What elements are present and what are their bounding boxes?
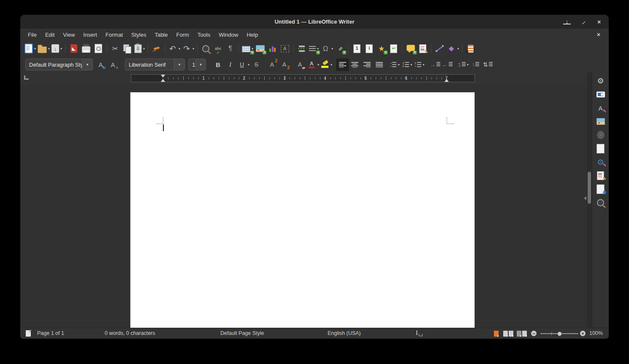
maximize-icon[interactable]: ↔ xyxy=(577,16,588,27)
redo-button[interactable]: ↷▾ xyxy=(181,43,195,55)
left-indent-marker[interactable] xyxy=(161,79,165,82)
save-button[interactable]: ↓▾ xyxy=(51,43,63,55)
zoom-in-button[interactable]: + xyxy=(580,331,586,336)
italic-button[interactable]: I xyxy=(224,59,236,71)
page-number-status[interactable]: Page 1 of 1 xyxy=(37,328,64,339)
insert-mode-icon[interactable]: I xyxy=(416,330,423,337)
align-right-button[interactable] xyxy=(361,59,373,71)
track-changes-button[interactable]: ✎ xyxy=(417,43,429,55)
tab-type-selector-icon[interactable] xyxy=(24,75,29,80)
insert-endnote-button[interactable]: i xyxy=(363,43,375,55)
document-page[interactable] xyxy=(130,92,475,328)
font-size-combo[interactable]: 12 pt▾ xyxy=(188,59,206,70)
paragraph-spacing-button[interactable]: ↕ xyxy=(469,59,482,71)
line-spacing-dropdown-icon[interactable]: ▾ xyxy=(467,63,469,67)
insert-textbox-button[interactable]: A xyxy=(279,43,291,55)
multi-page-view-button[interactable] xyxy=(503,331,513,337)
new-document-button[interactable]: ▾ xyxy=(24,43,37,55)
styles-deck-button[interactable]: A✎ xyxy=(594,102,607,114)
print-button[interactable] xyxy=(80,43,92,55)
close-document-icon[interactable]: × xyxy=(594,31,603,38)
paste-dropdown-icon[interactable]: ▾ xyxy=(143,47,145,51)
formatting-marks-button[interactable]: ¶ xyxy=(224,43,236,55)
menu-help[interactable]: Help xyxy=(242,30,262,40)
strikethrough-button[interactable]: S xyxy=(250,59,263,71)
first-line-indent-marker[interactable] xyxy=(161,75,165,78)
new-document-dropdown-icon[interactable]: ▾ xyxy=(34,47,36,51)
cut-button[interactable]: ✂ xyxy=(109,43,121,55)
increase-indent-button[interactable]: → xyxy=(429,59,441,71)
book-view-button[interactable] xyxy=(517,331,527,337)
vertical-scrollbar[interactable] xyxy=(587,73,592,328)
update-style-button[interactable]: A↻ xyxy=(95,59,107,71)
zoom-slider-thumb[interactable] xyxy=(557,332,562,336)
sort-button[interactable]: ⇅ xyxy=(482,59,494,71)
insert-field-button[interactable]: +▾ xyxy=(308,43,320,55)
page-break-button[interactable] xyxy=(296,43,308,55)
accessibility-check-deck-button[interactable]: ◉ xyxy=(594,183,607,195)
clear-formatting-button[interactable]: A▰ xyxy=(294,59,306,71)
basic-shapes-button[interactable]: ◆▾ xyxy=(446,43,460,55)
paragraph-style-dropdown-icon[interactable]: ▾ xyxy=(82,59,92,70)
unordered-list-dropdown-icon[interactable]: ▾ xyxy=(398,63,399,67)
ordered-list-button[interactable]: 1 2▾ xyxy=(401,59,413,71)
draw-functions-button[interactable]: ✎ xyxy=(464,43,477,55)
align-center-button[interactable] xyxy=(349,59,361,71)
close-window-icon[interactable]: × xyxy=(595,18,603,26)
navigator-deck-button[interactable]: ✦ xyxy=(594,129,607,141)
insert-image-button[interactable]: + xyxy=(254,43,266,55)
insert-hyperlink-button[interactable]: ∞+ xyxy=(334,43,346,55)
outline-list-button[interactable]: 1 •▾ xyxy=(413,59,426,71)
insert-footnote-button[interactable]: 1 xyxy=(351,43,363,55)
highlight-color-dropdown-icon[interactable]: ▾ xyxy=(331,63,332,67)
menu-view[interactable]: View xyxy=(59,30,79,40)
page-deck-button[interactable] xyxy=(594,142,607,155)
menu-edit[interactable]: Edit xyxy=(41,30,59,40)
properties-deck-button[interactable] xyxy=(594,88,607,101)
find-deck-button[interactable] xyxy=(594,196,607,209)
zoom-slider[interactable] xyxy=(540,333,578,334)
language-status[interactable]: English (USA) xyxy=(328,328,361,339)
paragraph-style-combo[interactable]: Default Paragraph Style▾ xyxy=(25,59,93,70)
line-spacing-button[interactable]: ↕▾ xyxy=(457,59,469,71)
special-character-button[interactable]: Ω▾ xyxy=(320,43,334,55)
font-color-button[interactable]: A▾ xyxy=(306,59,320,71)
insert-line-button[interactable] xyxy=(434,43,446,55)
print-preview-button[interactable] xyxy=(92,43,104,55)
justify-button[interactable] xyxy=(373,59,385,71)
font-color-dropdown-icon[interactable]: ▾ xyxy=(317,63,319,67)
underline-dropdown-icon[interactable]: ▾ xyxy=(248,63,249,67)
titlebar[interactable]: Untitled 1 — LibreOffice Writer ↓↔× xyxy=(20,15,609,29)
cross-reference-button[interactable]: ↩ xyxy=(388,43,400,55)
menu-window[interactable]: Window xyxy=(214,30,242,40)
font-size-dropdown-icon[interactable]: ▾ xyxy=(195,59,206,70)
insert-bookmark-button[interactable]: ★+ xyxy=(375,43,388,55)
underline-button[interactable]: U▾ xyxy=(236,59,250,71)
align-left-button[interactable] xyxy=(336,59,349,71)
undo-dropdown-icon[interactable]: ▾ xyxy=(179,47,180,51)
bold-button[interactable]: B xyxy=(212,59,224,71)
export-pdf-button[interactable]: ◣ xyxy=(68,43,80,55)
ordered-list-dropdown-icon[interactable]: ▾ xyxy=(410,63,412,67)
menu-form[interactable]: Form xyxy=(172,30,193,40)
menu-file[interactable]: File xyxy=(24,30,41,40)
undo-button[interactable]: ↶▾ xyxy=(167,43,181,55)
single-page-view-button[interactable] xyxy=(494,331,499,337)
subscript-button[interactable]: A2 xyxy=(278,59,290,71)
menu-insert[interactable]: Insert xyxy=(79,30,101,40)
highlight-color-button[interactable]: ▾ xyxy=(320,59,333,71)
gallery-deck-button[interactable] xyxy=(594,115,607,128)
menu-format[interactable]: Format xyxy=(101,30,127,40)
outline-list-dropdown-icon[interactable]: ▾ xyxy=(423,63,424,67)
basic-shapes-dropdown-icon[interactable]: ▾ xyxy=(457,47,459,51)
redo-dropdown-icon[interactable]: ▾ xyxy=(192,47,194,51)
copy-button[interactable] xyxy=(121,43,133,55)
document-saved-icon[interactable]: ✓ xyxy=(26,330,31,337)
scrollbar-thumb[interactable] xyxy=(588,172,591,204)
menu-table[interactable]: Table xyxy=(150,30,172,40)
font-name-combo[interactable]: Liberation Serif▾ xyxy=(125,59,185,70)
open-dropdown-icon[interactable]: ▾ xyxy=(48,47,50,51)
sidebar-splitter-arrow-icon[interactable] xyxy=(584,196,586,200)
find-replace-button[interactable] xyxy=(200,43,212,55)
special-character-dropdown-icon[interactable]: ▾ xyxy=(331,47,333,51)
